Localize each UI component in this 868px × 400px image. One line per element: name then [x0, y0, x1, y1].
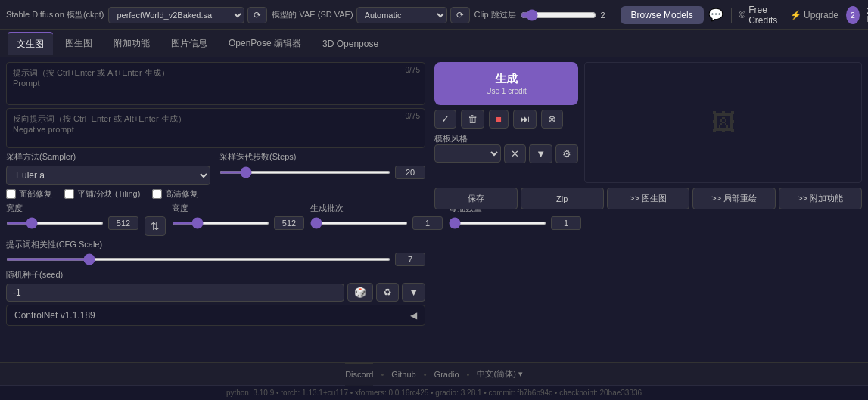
model-select[interactable]: perfectWorld_v2Baked.sa — [108, 7, 244, 23]
tab-extras[interactable]: 附加功能 — [104, 33, 159, 54]
github-link[interactable]: Github — [391, 370, 415, 379]
send-to-extras-btn[interactable]: >> 附加功能 — [779, 188, 862, 209]
cfg-slider[interactable] — [6, 258, 390, 261]
height-slider[interactable] — [172, 222, 269, 225]
save-btn[interactable]: 保存 — [434, 188, 518, 209]
controlnet-label: ControlNet v1.1.189 — [14, 310, 95, 321]
batch-count-slider[interactable] — [310, 222, 408, 225]
vae-refresh-btn[interactable]: ⟳ — [450, 7, 470, 23]
interrupt-btn[interactable]: ⊗ — [541, 110, 563, 129]
clip-label: Clip 跳过层 — [474, 9, 516, 20]
browse-models-btn[interactable]: Browse Models — [621, 6, 704, 24]
tab-img2img[interactable]: 图生图 — [56, 33, 101, 54]
upgrade-btn[interactable]: ⚡ Upgrade — [790, 10, 838, 20]
sampler-col: 采样方法(Sampler) Euler aEulerLMSHeunDPM2DPM… — [6, 151, 210, 185]
status-text: python: 3.10.9 • torch: 1.13.1+cu117 • x… — [226, 389, 642, 397]
upgrade-icon: ⚡ — [790, 10, 801, 20]
swap-btn[interactable]: ⇅ — [145, 216, 166, 236]
style-label: 模板风格 — [434, 134, 468, 143]
content-area: 0/75 0/75 采样方法(Sampler) Euler aEulerLMSH… — [0, 57, 868, 362]
vae-select[interactable]: Automatic — [356, 7, 447, 23]
zip-btn[interactable]: Zip — [521, 188, 604, 209]
confirm-btn[interactable]: ✓ — [434, 110, 456, 129]
clip-area: Clip 跳过层 2 — [474, 9, 616, 21]
send-to-img2img-btn[interactable]: >> 图生图 — [607, 188, 690, 209]
generate-label: 生成 — [443, 71, 569, 86]
generate-sublabel: Use 1 credit — [443, 86, 569, 96]
dims-row: 宽度 ⇅ 高度 生成批次 — [6, 203, 425, 236]
generate-btn[interactable]: 生成 Use 1 credit — [434, 62, 578, 105]
user-avatar[interactable]: 2 — [846, 6, 860, 24]
tab-openpose[interactable]: OpenPose 编辑器 — [219, 33, 310, 54]
tiling-label: 平铺/分块 (Tiling) — [77, 188, 140, 200]
credits-icon: © — [739, 10, 745, 20]
height-label: 高度 — [172, 203, 304, 214]
seed-row: 随机种子(seed) 🎲 ♻ ▼ — [6, 269, 425, 302]
right-controls: 生成 Use 1 credit ✓ 🗑 ■ ⏭ ⊗ 模板风格 — [434, 62, 578, 183]
tiling-checkbox[interactable]: 平铺/分块 (Tiling) — [64, 188, 140, 200]
seed-dice-btn[interactable]: 🎲 — [347, 283, 373, 302]
tab-txt2img[interactable]: 文生图 — [8, 32, 53, 55]
hires-fix-checkbox[interactable]: 高清修复 — [152, 188, 198, 200]
width-label: 宽度 — [6, 203, 138, 214]
sampler-steps-row: 采样方法(Sampler) Euler aEulerLMSHeunDPM2DPM… — [6, 151, 425, 185]
style-close-btn[interactable]: ✕ — [504, 144, 526, 163]
batch-count-slider-row — [310, 216, 443, 230]
skip-btn[interactable]: ⏭ — [513, 110, 537, 129]
prompt-textarea[interactable] — [7, 63, 425, 102]
model-refresh-btn[interactable]: ⟳ — [247, 7, 267, 23]
credits-area[interactable]: © Free Credits — [739, 5, 782, 26]
controlnet-bar[interactable]: ControlNet v1.1.189 ◀ — [6, 305, 425, 326]
clip-slider[interactable] — [521, 9, 596, 21]
height-col: 高度 — [172, 203, 304, 230]
preview-area: 🖼 — [584, 62, 862, 183]
height-value[interactable] — [274, 216, 304, 230]
style-select-row: ✕ ▼ ⚙ — [434, 144, 578, 163]
sampler-select[interactable]: Euler aEulerLMSHeunDPM2DPM++ 2S a — [6, 166, 210, 185]
width-slider-row — [6, 216, 138, 230]
gradio-link[interactable]: Gradio — [434, 370, 459, 379]
stop-btn[interactable]: ■ — [489, 110, 509, 129]
send-to-inpaint-btn[interactable]: >> 局部重绘 — [692, 188, 776, 209]
message-icon[interactable]: 💬 — [708, 8, 723, 22]
preview-section: 🖼 — [584, 62, 862, 183]
lang-selector[interactable]: 中文(简体) ▾ — [477, 368, 522, 380]
seed-input[interactable] — [6, 284, 344, 302]
divider — [731, 8, 732, 23]
trash-btn[interactable]: 🗑 — [461, 110, 484, 129]
action-icons-row: ✓ 🗑 ■ ⏭ ⊗ — [434, 110, 578, 129]
neg-prompt-textarea[interactable] — [7, 109, 425, 145]
style-dropdown-btn[interactable]: ▼ — [529, 144, 552, 163]
seed-more-btn[interactable]: ▼ — [402, 283, 425, 302]
clip-value: 2 — [601, 11, 616, 20]
right-panel: 生成 Use 1 credit ✓ 🗑 ■ ⏭ ⊗ 模板风格 — [431, 57, 868, 362]
cfg-label: 提示词相关性(CFG Scale) — [6, 239, 425, 250]
prompt-counter: 0/75 — [406, 66, 420, 74]
cfg-value[interactable] — [395, 253, 425, 266]
topbar: Stable Diffusion 模型(ckpt) perfectWorld_v… — [0, 0, 868, 30]
batch-count-col: 生成批次 — [310, 203, 443, 230]
vae-label: 模型的 VAE (SD VAE) — [272, 9, 353, 20]
seed-input-row: 🎲 ♻ ▼ — [6, 283, 425, 302]
width-value[interactable] — [108, 216, 138, 230]
tab-pnginfo[interactable]: 图片信息 — [162, 33, 216, 54]
batch-count-label: 生成批次 — [310, 203, 443, 214]
tab-3d-openpose[interactable]: 3D Openpose — [313, 34, 387, 54]
checkboxes-row: 面部修复 平铺/分块 (Tiling) 高清修复 — [6, 188, 425, 200]
sampler-label: 采样方法(Sampler) — [6, 151, 210, 163]
style-gear-btn[interactable]: ⚙ — [555, 144, 578, 163]
model-select-wrapper: perfectWorld_v2Baked.sa ⟳ — [108, 7, 267, 23]
bottom-actions: 保存 Zip >> 图生图 >> 局部重绘 >> 附加功能 — [434, 188, 862, 209]
style-select[interactable] — [434, 144, 501, 163]
free-credits-text: Free Credits — [748, 5, 782, 26]
preview-placeholder-icon: 🖼 — [711, 109, 736, 137]
steps-value[interactable]: 20 — [395, 166, 425, 179]
width-slider[interactable] — [6, 222, 104, 225]
steps-slider[interactable] — [219, 171, 390, 174]
face-restore-checkbox[interactable]: 面部修复 — [6, 188, 52, 200]
height-slider-row — [172, 216, 304, 230]
seed-recycle-btn[interactable]: ♻ — [376, 283, 399, 302]
discord-link[interactable]: Discord — [345, 363, 373, 386]
main-tabs: 文生图 图生图 附加功能 图片信息 OpenPose 编辑器 3D Openpo… — [0, 30, 868, 57]
controlnet-collapse-icon[interactable]: ◀ — [410, 310, 417, 321]
